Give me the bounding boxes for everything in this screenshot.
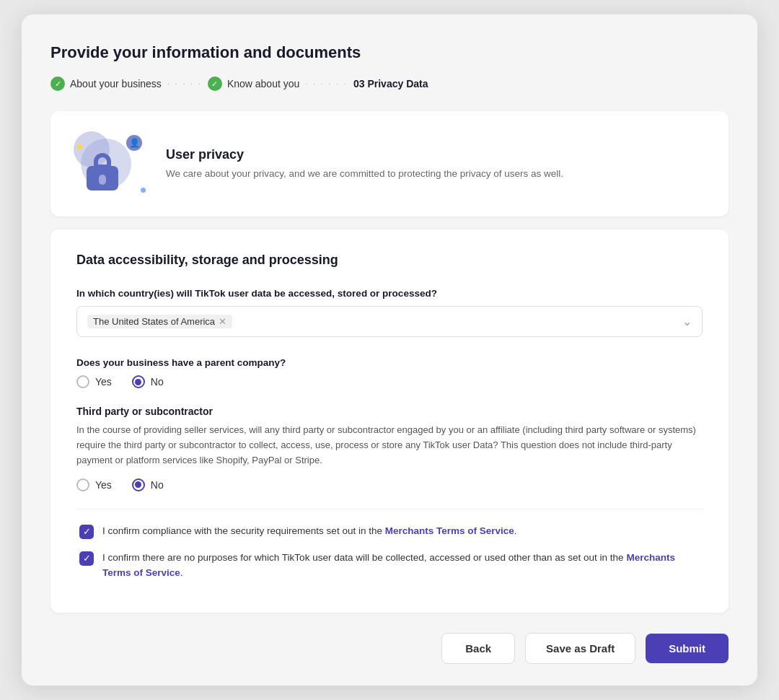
save-draft-button[interactable]: Save as Draft xyxy=(525,633,635,664)
third-party-radio-group: Yes No xyxy=(76,478,703,491)
step-1: ✓ About your business xyxy=(50,76,162,91)
main-card: Data accessibility, storage and processi… xyxy=(50,229,729,612)
step-2: ✓ Know about you xyxy=(208,76,299,91)
third-party-no-radio-inner xyxy=(135,481,141,488)
submit-button[interactable]: Submit xyxy=(646,634,729,663)
privacy-text: User privacy We care about your privacy,… xyxy=(166,147,563,181)
step-3-label: 03 Privacy Data xyxy=(353,78,428,89)
privacy-title: User privacy xyxy=(166,147,563,162)
parent-company-radio-group: Yes No xyxy=(76,375,703,388)
parent-company-no-text: No xyxy=(151,376,164,388)
third-party-no-label[interactable]: No xyxy=(132,478,164,491)
third-party-yes-text: Yes xyxy=(95,479,112,491)
parent-company-question: Does your business have a parent company… xyxy=(76,357,703,368)
country-tag-remove[interactable]: ✕ xyxy=(219,316,226,327)
step-3: 03 Privacy Data xyxy=(353,78,428,89)
country-question: In which country(ies) will TikTok user d… xyxy=(76,288,703,299)
section-title: Data accessibility, storage and processi… xyxy=(76,253,703,268)
checkbox-row-2: ✓ I confirm there are no purposes for wh… xyxy=(76,551,703,581)
parent-company-yes-label[interactable]: Yes xyxy=(76,375,112,388)
privacy-icon-wrap: 👤 xyxy=(74,131,146,196)
checkbox-1-prefix: I confirm compliance with the security r… xyxy=(102,525,385,536)
checkbox-2-end: . xyxy=(180,567,183,578)
step-2-check-icon: ✓ xyxy=(208,76,222,91)
parent-company-no-radio[interactable] xyxy=(132,375,145,388)
parent-company-no-radio-inner xyxy=(135,379,141,385)
checkbox-2-prefix: I confirm there are no purposes for whic… xyxy=(102,552,626,563)
checkbox-2-text: I confirm there are no purposes for whic… xyxy=(102,551,700,581)
stepper: ✓ About your business · · · · · ✓ Know a… xyxy=(50,76,729,91)
divider xyxy=(76,509,703,509)
dot-blue-decoration xyxy=(141,188,146,193)
parent-company-no-label[interactable]: No xyxy=(132,375,164,388)
third-party-yes-label[interactable]: Yes xyxy=(76,478,112,491)
footer-buttons: Back Save as Draft Submit xyxy=(50,633,729,664)
back-button[interactable]: Back xyxy=(441,633,515,664)
parent-company-yes-radio[interactable] xyxy=(76,375,89,388)
parent-company-yes-text: Yes xyxy=(95,376,112,388)
page-title: Provide your information and documents xyxy=(50,43,729,62)
third-party-yes-radio[interactable] xyxy=(76,478,89,491)
step-1-label: About your business xyxy=(70,78,162,89)
chevron-down-icon: ⌄ xyxy=(682,315,692,328)
lock-keyhole-icon xyxy=(99,175,106,185)
privacy-banner: 👤 User privacy We care about your privac… xyxy=(50,111,729,216)
third-party-text: In the course of providing seller servic… xyxy=(76,423,703,468)
checkbox-1-link[interactable]: Merchants Terms of Service xyxy=(385,525,514,536)
third-party-heading: Third party or subcontractor xyxy=(76,406,703,417)
checkbox-1[interactable]: ✓ xyxy=(79,525,94,539)
checkbox-2[interactable]: ✓ xyxy=(79,551,94,566)
checkbox-row-1: ✓ I confirm compliance with the security… xyxy=(76,524,703,539)
step-1-check-icon: ✓ xyxy=(50,76,65,91)
third-party-no-radio[interactable] xyxy=(132,478,145,491)
person-icon: 👤 xyxy=(126,135,142,151)
checkbox-1-end: . xyxy=(514,525,517,536)
checkbox-1-text: I confirm compliance with the security r… xyxy=(102,524,517,539)
step-dots-2: · · · · · · xyxy=(305,79,348,89)
privacy-description: We care about your privacy, and we are c… xyxy=(166,167,563,181)
country-tag: The United States of America ✕ xyxy=(87,315,232,328)
country-select[interactable]: The United States of America ✕ ⌄ xyxy=(76,306,703,337)
step-dots-1: · · · · · xyxy=(167,79,202,89)
step-2-label: Know about you xyxy=(227,78,299,89)
country-tag-text: The United States of America xyxy=(93,316,215,327)
third-party-no-text: No xyxy=(151,479,164,491)
